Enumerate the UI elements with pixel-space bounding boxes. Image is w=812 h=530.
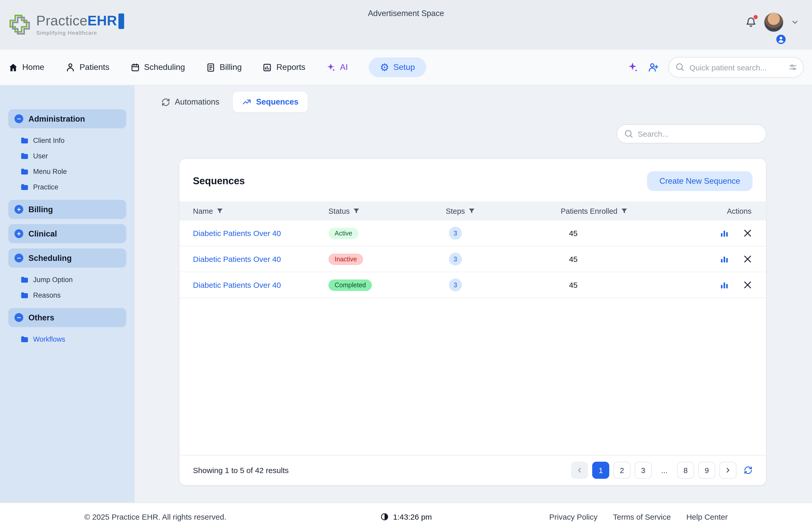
- delete-sequence-button[interactable]: [744, 255, 752, 263]
- quick-patient-search-input[interactable]: [668, 57, 804, 78]
- copyright-text: © 2025 Practice EHR. All rights reserved…: [84, 512, 226, 521]
- tab-sequences[interactable]: Sequences: [233, 92, 308, 112]
- logo-tagline: Simplifying Healthcare: [36, 29, 124, 36]
- sidebar-item-practice[interactable]: Practice: [0, 179, 134, 195]
- nav-billing[interactable]: Billing: [206, 62, 242, 72]
- table-row: Diabetic Patients Over 40 Active 3 45: [179, 221, 766, 246]
- sidebar-item-client-info[interactable]: Client Info: [0, 132, 134, 148]
- nav-scheduling[interactable]: Scheduling: [130, 62, 185, 72]
- nav-ai[interactable]: AI: [326, 62, 348, 72]
- page-button-2[interactable]: 2: [613, 462, 630, 479]
- sidebar-item-label: Workflows: [33, 335, 65, 343]
- refresh-icon: [744, 466, 753, 475]
- stats-chart-button[interactable]: [721, 281, 728, 289]
- nav-ai-label: AI: [340, 62, 348, 72]
- calendar-icon: [130, 62, 140, 72]
- bar-chart-icon: [721, 281, 728, 289]
- sequence-name-link[interactable]: Diabetic Patients Over 40: [193, 280, 281, 289]
- nav-patients-label: Patients: [79, 62, 110, 72]
- nav-patients[interactable]: Patients: [65, 62, 110, 72]
- create-new-sequence-button[interactable]: Create New Sequence: [647, 171, 753, 191]
- sidebar-item-label: Reasons: [33, 291, 61, 299]
- page-button-9[interactable]: 9: [698, 462, 715, 479]
- delete-sequence-button[interactable]: [744, 229, 752, 237]
- page-button-3[interactable]: 3: [635, 462, 652, 479]
- help-center-link[interactable]: Help Center: [686, 512, 728, 521]
- logo[interactable]: PracticeEHR Simplifying Healthcare: [8, 13, 124, 37]
- reports-chart-icon: [262, 62, 272, 72]
- filter-sliders-icon[interactable]: [788, 62, 798, 72]
- logo-text-practice: Practice: [36, 13, 87, 29]
- stats-chart-button[interactable]: [721, 255, 728, 263]
- ai-assistant-sparkle-icon[interactable]: [627, 61, 638, 73]
- ai-sparkle-icon: [326, 62, 336, 72]
- folder-icon: [21, 183, 28, 190]
- status-badge: Active: [329, 227, 359, 239]
- add-patient-icon[interactable]: [648, 61, 659, 73]
- home-icon: [8, 62, 18, 72]
- table-header: Name Status Steps Patients Enrolled: [179, 201, 766, 221]
- table-row: Diabetic Patients Over 40 Completed 3 45: [179, 272, 766, 298]
- filter-funnel-icon[interactable]: [621, 208, 627, 214]
- sidebar-section-label: Clinical: [28, 229, 57, 238]
- sidebar-item-label: Practice: [33, 183, 58, 191]
- nav-reports[interactable]: Reports: [262, 62, 305, 72]
- sequence-name-link[interactable]: Diabetic Patients Over 40: [193, 229, 281, 238]
- delete-sequence-button[interactable]: [744, 281, 752, 289]
- refresh-icon: [161, 98, 170, 106]
- status-badge: Completed: [329, 279, 372, 291]
- quick-patient-search: [668, 57, 804, 78]
- page-button-1[interactable]: 1: [592, 462, 609, 479]
- sidebar-section-others[interactable]: − Others: [8, 308, 126, 327]
- notifications-bell[interactable]: [745, 16, 757, 28]
- sidebar-item-jump-option[interactable]: Jump Option: [0, 272, 134, 287]
- page-ellipsis: ...: [656, 462, 673, 479]
- practice-ehr-app: PracticeEHR Simplifying Healthcare Adver…: [0, 0, 812, 530]
- table-footer: Showing 1 to 5 of 42 results 1 2 3 ... 8…: [179, 455, 766, 485]
- folder-icon: [21, 137, 28, 144]
- user-avatar[interactable]: [764, 12, 784, 32]
- sidebar-section-label: Billing: [28, 205, 53, 214]
- sequences-search-input[interactable]: [617, 124, 767, 143]
- sidebar-section-billing[interactable]: + Billing: [8, 200, 126, 219]
- nav-setup[interactable]: ⚙ Setup: [368, 57, 426, 77]
- sidebar-item-menu-role[interactable]: Menu Role: [0, 164, 134, 179]
- privacy-policy-link[interactable]: Privacy Policy: [549, 512, 598, 521]
- clock-icon: [380, 512, 389, 521]
- tab-automations[interactable]: Automations: [153, 92, 228, 112]
- refresh-table-button[interactable]: [744, 466, 753, 475]
- filter-funnel-icon[interactable]: [353, 208, 360, 214]
- prev-page-button[interactable]: [571, 462, 588, 479]
- sequence-name-link[interactable]: Diabetic Patients Over 40: [193, 255, 281, 263]
- sidebar-item-reasons[interactable]: Reasons: [0, 287, 134, 303]
- setup-gear-icon: ⚙: [380, 62, 389, 72]
- patient-locator-icon[interactable]: [776, 34, 786, 44]
- nav-reports-label: Reports: [276, 62, 305, 72]
- stats-chart-button[interactable]: [721, 229, 728, 237]
- nav-billing-label: Billing: [220, 62, 242, 72]
- main-content: Automations Sequences Sequences Create N…: [134, 85, 812, 503]
- collapse-icon: −: [14, 254, 23, 262]
- header-patients-enrolled: Patients Enrolled: [561, 207, 692, 215]
- main-nav: Home Patients Scheduling Billing Reports…: [0, 50, 812, 85]
- filter-funnel-icon[interactable]: [216, 208, 223, 214]
- filter-funnel-icon[interactable]: [468, 208, 475, 214]
- next-page-button[interactable]: [720, 462, 737, 479]
- header-actions: Actions: [692, 207, 766, 215]
- patients-icon: [65, 62, 75, 72]
- workflow-tabs: Automations Sequences: [153, 92, 812, 112]
- sidebar-section-label: Others: [28, 313, 54, 322]
- bar-chart-icon: [721, 255, 728, 263]
- sidebar-section-clinical[interactable]: + Clinical: [8, 224, 126, 243]
- sidebar-item-user[interactable]: User: [0, 148, 134, 164]
- sidebar-section-administration[interactable]: − Administration: [8, 109, 126, 128]
- terms-of-service-link[interactable]: Terms of Service: [613, 512, 671, 521]
- header-steps: Steps: [446, 207, 561, 215]
- patients-enrolled-value: 45: [561, 280, 692, 289]
- card-title: Sequences: [193, 176, 245, 187]
- chevron-down-icon[interactable]: [791, 18, 799, 26]
- sidebar-section-scheduling[interactable]: − Scheduling: [8, 249, 126, 268]
- nav-home[interactable]: Home: [8, 62, 44, 72]
- sidebar-item-workflows[interactable]: Workflows: [0, 331, 134, 347]
- page-button-8[interactable]: 8: [677, 462, 694, 479]
